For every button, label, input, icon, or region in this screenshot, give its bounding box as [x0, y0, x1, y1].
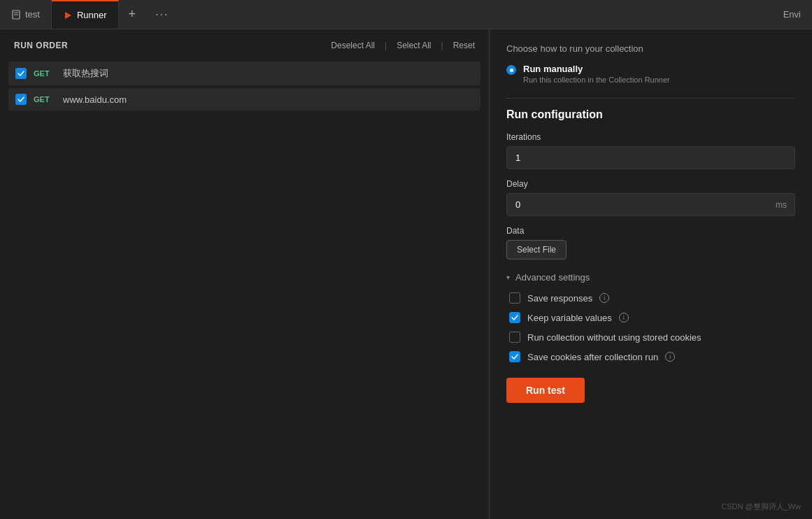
right-panel: Choose how to run your collection Run ma…: [490, 29, 812, 519]
delay-input[interactable]: [506, 193, 795, 216]
delay-unit: ms: [776, 200, 787, 210]
run-order-title: RUN ORDER: [14, 41, 68, 50]
iterations-input[interactable]: [506, 146, 795, 169]
request-1-method: GET: [34, 69, 56, 78]
delay-wrapper: ms: [506, 193, 795, 216]
tab-test-label: test: [25, 9, 40, 20]
request-item[interactable]: GET 获取热搜词: [8, 62, 480, 85]
add-tab-button[interactable]: +: [119, 0, 146, 29]
run-test-button[interactable]: Run test: [506, 378, 585, 403]
no-cookies-checkbox[interactable]: [509, 332, 520, 343]
save-responses-label: Save responses: [527, 293, 592, 304]
save-responses-info-icon[interactable]: i: [599, 293, 609, 303]
run-manually-label: Run manually: [523, 64, 670, 74]
save-cookies-label: Save cookies after collection run: [527, 352, 658, 362]
more-tabs-button[interactable]: ···: [145, 0, 178, 29]
main-content: RUN ORDER Deselect All | Select All | Re…: [0, 29, 812, 519]
request-2-method: GET: [34, 95, 56, 104]
run-manually-desc: Run this collection in the Collection Ru…: [523, 76, 670, 84]
keep-variable-label: Keep variable values: [527, 313, 612, 323]
request-2-checkbox[interactable]: [15, 94, 27, 105]
advanced-settings-panel: Save responses i Keep variable values i …: [506, 292, 795, 362]
no-cookies-label: Run collection without using stored cook…: [527, 332, 701, 343]
keep-variable-row: Keep variable values i: [509, 312, 795, 323]
tab-runner-label: Runner: [77, 10, 107, 20]
tab-test[interactable]: test: [0, 0, 52, 29]
select-file-button[interactable]: Select File: [506, 240, 567, 260]
watermark: CSDN @整脚诗人_Ww: [721, 502, 801, 512]
delay-label: Delay: [506, 179, 795, 189]
advanced-settings-label: Advanced settings: [515, 272, 590, 283]
requests-list: GET 获取热搜词 GET www.baidu.com: [0, 59, 489, 116]
keep-variable-checkbox[interactable]: [509, 312, 520, 323]
tab-bar: test Runner + ··· Envi: [0, 0, 812, 29]
request-item[interactable]: GET www.baidu.com: [8, 88, 480, 111]
save-cookies-checkbox[interactable]: [509, 351, 520, 362]
keep-variable-info-icon[interactable]: i: [619, 313, 629, 322]
iterations-label: Iterations: [506, 132, 795, 142]
run-manually-option[interactable]: Run manually Run this collection in the …: [506, 64, 795, 84]
run-mode-group: Run manually Run this collection in the …: [506, 64, 795, 84]
svg-marker-3: [65, 12, 71, 19]
data-label: Data: [506, 226, 795, 236]
run-order-actions: Deselect All | Select All | Reset: [331, 41, 475, 50]
deselect-all-button[interactable]: Deselect All: [331, 41, 375, 50]
chevron-down-icon: ▾: [506, 273, 510, 281]
run-order-header: RUN ORDER Deselect All | Select All | Re…: [0, 29, 489, 59]
file-icon: [11, 10, 21, 20]
run-config-title: Run configuration: [506, 108, 795, 121]
request-1-checkbox[interactable]: [15, 68, 27, 79]
run-manually-radio[interactable]: [506, 65, 516, 75]
advanced-settings-toggle[interactable]: ▾ Advanced settings: [506, 272, 795, 283]
request-1-name: 获取热搜词: [63, 67, 108, 80]
env-button[interactable]: Envi: [772, 0, 812, 29]
save-responses-row: Save responses i: [509, 292, 795, 304]
save-cookies-row: Save cookies after collection run i: [509, 351, 795, 362]
save-cookies-info-icon[interactable]: i: [665, 352, 675, 362]
choose-run-title: Choose how to run your collection: [506, 43, 795, 54]
tab-runner[interactable]: Runner: [52, 0, 119, 29]
divider: [506, 98, 795, 99]
request-2-name: www.baidu.com: [63, 94, 127, 105]
select-all-button[interactable]: Select All: [397, 41, 431, 50]
save-responses-checkbox[interactable]: [509, 292, 520, 304]
no-cookies-row: Run collection without using stored cook…: [509, 332, 795, 343]
reset-button[interactable]: Reset: [453, 41, 475, 50]
runner-icon: [63, 10, 73, 20]
left-panel: RUN ORDER Deselect All | Select All | Re…: [0, 29, 490, 519]
